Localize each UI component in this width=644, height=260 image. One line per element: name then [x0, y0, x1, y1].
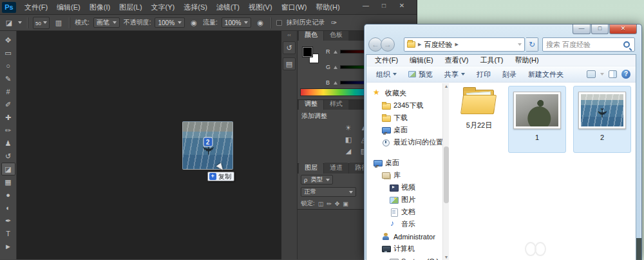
brush-panel-icon[interactable]: ✑ [328, 17, 339, 28]
organize-button[interactable]: 组织 [372, 70, 401, 79]
image-item-1[interactable]: 1 [508, 86, 566, 153]
tab-styles[interactable]: 样式 [324, 99, 348, 110]
lock-image-pixels-icon[interactable]: ✏ [327, 201, 332, 207]
tool-preset-dropdown[interactable] [18, 21, 22, 24]
menu-select[interactable]: 选择(S) [179, 0, 212, 14]
close-button[interactable]: ✕ [397, 2, 406, 10]
brush-size-picker[interactable]: 50 [33, 17, 50, 29]
airbrush-pressure-icon[interactable]: ◉ [255, 17, 265, 28]
sidebar-item-pictures[interactable]: 图片 [366, 194, 449, 206]
search-input[interactable]: 搜索 百度经验 [542, 37, 635, 52]
sidebar-item-2345-downloads[interactable]: 2345下载 [366, 99, 449, 112]
menu-file[interactable]: 文件(F) [20, 0, 52, 14]
menu-image[interactable]: 图像(I) [85, 0, 115, 14]
dodge-tool[interactable]: ◐ [1, 201, 15, 214]
menu-edit[interactable]: 编辑(E) [404, 55, 439, 65]
brightness-contrast-icon[interactable]: ☀ [343, 123, 354, 132]
menu-filter[interactable]: 滤镜(T) [212, 0, 244, 14]
green-slider-knob[interactable] [334, 66, 337, 69]
menu-view[interactable]: 查看(V) [439, 55, 475, 65]
address-bar[interactable]: ▶ 百度经验 ▶ [404, 37, 525, 52]
lasso-tool[interactable]: ○ [1, 59, 15, 72]
preview-pane-button[interactable] [609, 70, 617, 78]
foreground-color-swatch[interactable] [303, 47, 312, 57]
pen-tool[interactable]: ✒ [1, 214, 15, 227]
tab-adjustments[interactable]: 调整 [299, 99, 323, 110]
spot-healing-brush-tool[interactable]: ✚ [1, 111, 15, 124]
crop-tool[interactable]: # [1, 85, 15, 98]
sidebar-item-administrator[interactable]: Administrator [366, 230, 449, 243]
sidebar-item-desktop-fav[interactable]: 桌面 [366, 124, 449, 136]
share-button[interactable]: 共享 [440, 70, 469, 79]
type-tool[interactable]: T [1, 227, 15, 240]
eraser-tool[interactable]: ◪ [1, 163, 15, 175]
sidebar-item-libraries[interactable]: 库 [366, 169, 449, 181]
menu-type[interactable]: 文字(Y) [147, 0, 180, 14]
brush-size-dropdown[interactable] [43, 21, 47, 24]
sidebar-item-recent-places[interactable]: 最近访问的位置 [366, 136, 449, 148]
print-button[interactable]: 打印 [472, 70, 495, 79]
vibrance-icon[interactable]: ◧ [343, 135, 354, 144]
preview-button[interactable]: 预览 [404, 70, 437, 79]
maximize-button[interactable]: □ [379, 2, 388, 10]
dragged-image-thumbnail[interactable]: ✈ 2 [182, 121, 233, 170]
minimize-button[interactable]: — [573, 25, 591, 34]
menu-help[interactable]: 帮助(H) [311, 0, 344, 14]
burn-button[interactable]: 刻录 [498, 70, 521, 79]
change-view-button[interactable] [587, 70, 596, 78]
close-button[interactable]: ✕ [609, 25, 637, 34]
help-button[interactable]: ? [621, 70, 630, 79]
path-selection-tool[interactable]: ► [1, 240, 15, 253]
photo-filter-icon[interactable]: ◢ [343, 146, 354, 155]
menu-layer[interactable]: 图层(L) [115, 0, 146, 14]
sidebar-item-favorites[interactable]: 收藏夹 [366, 87, 449, 99]
foreground-background-swatches[interactable] [303, 47, 319, 64]
brush-panel-toggle-icon[interactable]: ▥ [53, 17, 64, 28]
new-folder-button[interactable]: 新建文件夹 [524, 70, 568, 79]
maximize-button[interactable]: □ [591, 25, 609, 34]
menu-file[interactable]: 文件(F) [369, 55, 404, 65]
blue-slider-knob[interactable] [334, 81, 337, 85]
airbrush-icon[interactable]: ◉ [189, 17, 199, 28]
menu-help[interactable]: 帮助(H) [509, 55, 544, 65]
quick-selection-tool[interactable]: ✎ [1, 72, 15, 85]
breadcrumb-folder[interactable]: 百度经验 [424, 40, 452, 50]
red-slider-knob[interactable] [334, 50, 337, 54]
sidebar-item-system-c[interactable]: System (C:) [366, 255, 449, 260]
erase-to-history-checkbox[interactable] [276, 20, 282, 26]
rectangular-marquee-tool[interactable]: ▭ [1, 46, 15, 59]
opacity-select[interactable]: 100% [155, 17, 185, 28]
menu-tools[interactable]: 工具(T) [474, 55, 509, 65]
breadcrumb-arrow-icon[interactable]: ▶ [455, 42, 458, 47]
eyedropper-tool[interactable]: ✐ [1, 98, 15, 111]
clone-stamp-tool[interactable]: ♟ [1, 137, 15, 150]
menu-window[interactable]: 窗口(W) [277, 0, 312, 14]
flow-select[interactable]: 100% [222, 17, 252, 28]
breadcrumb-arrow-icon[interactable]: ▶ [418, 42, 421, 47]
image-item-2[interactable]: 2 [573, 86, 631, 153]
sidebar-item-computer[interactable]: 计算机 [366, 243, 449, 255]
sidebar-item-desktop[interactable]: 桌面 [366, 157, 449, 169]
tool-preset-icon[interactable]: ◪ [4, 17, 14, 28]
blur-tool[interactable]: ● [1, 188, 15, 201]
folder-item[interactable]: 5月22日 [451, 87, 507, 130]
search-icon[interactable] [623, 41, 630, 48]
tab-swatches[interactable]: 色板 [324, 31, 348, 41]
forward-button[interactable]: → [381, 37, 395, 52]
tab-color[interactable]: 颜色 [299, 31, 323, 41]
sidebar-item-music[interactable]: 音乐 [366, 218, 449, 230]
brush-tool[interactable]: ✏ [1, 124, 15, 137]
expand-panels-icon[interactable]: ‹‹ [281, 33, 297, 38]
lock-position-icon[interactable]: ✥ [335, 201, 340, 207]
file-list[interactable]: 5月22日 1 2 [449, 83, 636, 260]
history-panel-icon[interactable]: ↺ [283, 41, 296, 54]
address-history-dropdown[interactable] [518, 43, 522, 46]
move-tool[interactable]: ✥ [1, 34, 15, 46]
sidebar-item-downloads[interactable]: 下载 [366, 112, 449, 124]
menu-view[interactable]: 视图(V) [244, 0, 277, 14]
lock-all-icon[interactable]: ▣ [343, 201, 348, 207]
blend-mode-select[interactable]: 正常 [301, 187, 356, 197]
sidebar-item-documents[interactable]: 文档 [366, 206, 449, 218]
scrollbar-thumb[interactable] [444, 146, 449, 203]
sidebar-scrollbar[interactable]: ▲ ▼ [442, 83, 449, 260]
